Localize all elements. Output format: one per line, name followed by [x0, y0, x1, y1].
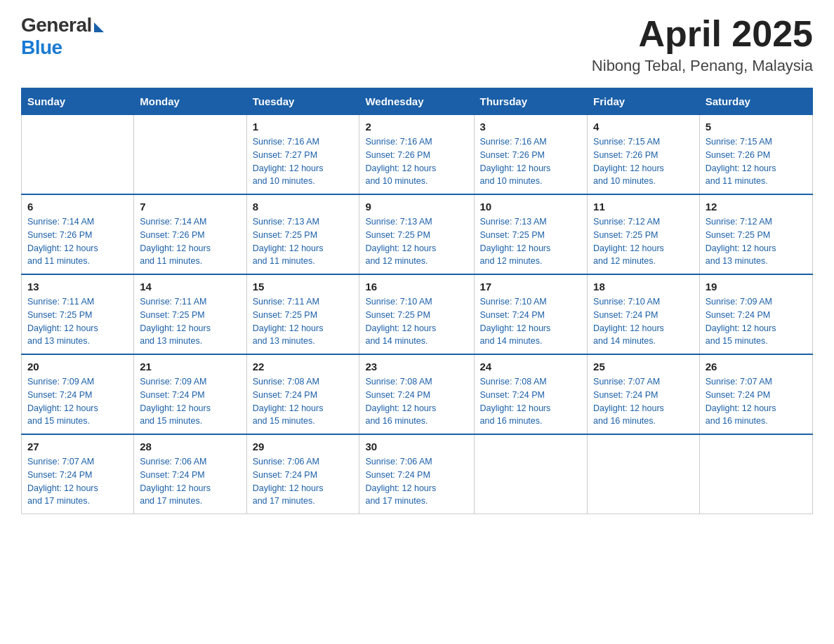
day-info: Sunrise: 7:09 AM Sunset: 7:24 PM Dayligh…: [27, 375, 128, 428]
calendar-cell: 10Sunrise: 7:13 AM Sunset: 7:25 PM Dayli…: [474, 194, 588, 274]
day-number: 5: [706, 121, 807, 133]
day-info: Sunrise: 7:06 AM Sunset: 7:24 PM Dayligh…: [140, 455, 240, 508]
col-sunday: Sunday: [22, 88, 134, 115]
day-info: Sunrise: 7:08 AM Sunset: 7:24 PM Dayligh…: [365, 375, 468, 428]
day-number: 9: [365, 201, 468, 213]
day-number: 27: [27, 441, 128, 452]
calendar-cell: [588, 434, 700, 514]
calendar-cell: [134, 115, 246, 195]
day-number: 7: [140, 201, 240, 213]
day-number: 1: [253, 121, 354, 133]
calendar-cell: 26Sunrise: 7:07 AM Sunset: 7:24 PM Dayli…: [699, 354, 812, 434]
calendar-row: 1Sunrise: 7:16 AM Sunset: 7:27 PM Daylig…: [22, 115, 813, 195]
calendar-cell: [699, 434, 812, 514]
day-info: Sunrise: 7:13 AM Sunset: 7:25 PM Dayligh…: [480, 215, 582, 268]
calendar-cell: 11Sunrise: 7:12 AM Sunset: 7:25 PM Dayli…: [588, 194, 700, 274]
day-number: 25: [593, 361, 694, 373]
calendar-cell: 3Sunrise: 7:16 AM Sunset: 7:26 PM Daylig…: [474, 115, 588, 195]
page-header: General Blue April 2025 Nibong Tebal, Pe…: [21, 14, 813, 75]
calendar-row: 6Sunrise: 7:14 AM Sunset: 7:26 PM Daylig…: [22, 194, 813, 274]
logo-general-text: General: [21, 14, 92, 36]
col-monday: Monday: [134, 88, 246, 115]
calendar-cell: 30Sunrise: 7:06 AM Sunset: 7:24 PM Dayli…: [359, 434, 474, 514]
day-info: Sunrise: 7:10 AM Sunset: 7:25 PM Dayligh…: [365, 295, 468, 348]
calendar-cell: 22Sunrise: 7:08 AM Sunset: 7:24 PM Dayli…: [246, 354, 359, 434]
calendar-cell: [22, 115, 134, 195]
calendar-header-row: Sunday Monday Tuesday Wednesday Thursday…: [22, 88, 813, 115]
day-info: Sunrise: 7:06 AM Sunset: 7:24 PM Dayligh…: [365, 455, 468, 508]
day-number: 26: [706, 361, 807, 373]
day-info: Sunrise: 7:07 AM Sunset: 7:24 PM Dayligh…: [27, 455, 128, 508]
day-number: 13: [27, 281, 128, 293]
calendar-cell: 24Sunrise: 7:08 AM Sunset: 7:24 PM Dayli…: [474, 354, 588, 434]
day-number: 10: [480, 201, 582, 213]
day-number: 29: [253, 441, 354, 452]
day-number: 30: [365, 441, 468, 452]
calendar-cell: 2Sunrise: 7:16 AM Sunset: 7:26 PM Daylig…: [359, 115, 474, 195]
day-number: 28: [140, 441, 240, 452]
day-number: 24: [480, 361, 582, 373]
calendar-cell: 4Sunrise: 7:15 AM Sunset: 7:26 PM Daylig…: [588, 115, 700, 195]
day-number: 11: [593, 201, 694, 213]
day-number: 6: [27, 201, 128, 213]
day-number: 3: [480, 121, 582, 133]
col-friday: Friday: [588, 88, 700, 115]
logo: General Blue: [21, 14, 104, 59]
calendar-cell: 29Sunrise: 7:06 AM Sunset: 7:24 PM Dayli…: [246, 434, 359, 514]
day-number: 4: [593, 121, 694, 133]
calendar-cell: 15Sunrise: 7:11 AM Sunset: 7:25 PM Dayli…: [246, 274, 359, 354]
calendar-cell: 13Sunrise: 7:11 AM Sunset: 7:25 PM Dayli…: [22, 274, 134, 354]
day-info: Sunrise: 7:10 AM Sunset: 7:24 PM Dayligh…: [593, 295, 694, 348]
title-section: April 2025 Nibong Tebal, Penang, Malaysi…: [592, 14, 813, 75]
day-info: Sunrise: 7:12 AM Sunset: 7:25 PM Dayligh…: [593, 215, 694, 268]
calendar-cell: 25Sunrise: 7:07 AM Sunset: 7:24 PM Dayli…: [588, 354, 700, 434]
calendar-cell: 14Sunrise: 7:11 AM Sunset: 7:25 PM Dayli…: [134, 274, 246, 354]
calendar-cell: 21Sunrise: 7:09 AM Sunset: 7:24 PM Dayli…: [134, 354, 246, 434]
calendar-cell: 17Sunrise: 7:10 AM Sunset: 7:24 PM Dayli…: [474, 274, 588, 354]
day-info: Sunrise: 7:08 AM Sunset: 7:24 PM Dayligh…: [253, 375, 354, 428]
calendar-cell: 5Sunrise: 7:15 AM Sunset: 7:26 PM Daylig…: [699, 115, 812, 195]
calendar-row: 27Sunrise: 7:07 AM Sunset: 7:24 PM Dayli…: [22, 434, 813, 514]
day-number: 23: [365, 361, 468, 373]
page-title: April 2025: [592, 14, 813, 54]
logo-arrow-icon: [94, 22, 104, 32]
day-info: Sunrise: 7:16 AM Sunset: 7:27 PM Dayligh…: [253, 135, 354, 188]
day-info: Sunrise: 7:10 AM Sunset: 7:24 PM Dayligh…: [480, 295, 582, 348]
day-info: Sunrise: 7:06 AM Sunset: 7:24 PM Dayligh…: [253, 455, 354, 508]
day-info: Sunrise: 7:09 AM Sunset: 7:24 PM Dayligh…: [140, 375, 240, 428]
day-info: Sunrise: 7:11 AM Sunset: 7:25 PM Dayligh…: [140, 295, 240, 348]
day-number: 21: [140, 361, 240, 373]
col-tuesday: Tuesday: [246, 88, 359, 115]
calendar-cell: 19Sunrise: 7:09 AM Sunset: 7:24 PM Dayli…: [699, 274, 812, 354]
day-info: Sunrise: 7:08 AM Sunset: 7:24 PM Dayligh…: [480, 375, 582, 428]
day-info: Sunrise: 7:15 AM Sunset: 7:26 PM Dayligh…: [593, 135, 694, 188]
calendar-cell: 7Sunrise: 7:14 AM Sunset: 7:26 PM Daylig…: [134, 194, 246, 274]
calendar-cell: 28Sunrise: 7:06 AM Sunset: 7:24 PM Dayli…: [134, 434, 246, 514]
day-number: 15: [253, 281, 354, 293]
calendar-cell: 6Sunrise: 7:14 AM Sunset: 7:26 PM Daylig…: [22, 194, 134, 274]
day-info: Sunrise: 7:13 AM Sunset: 7:25 PM Dayligh…: [365, 215, 468, 268]
calendar-cell: 18Sunrise: 7:10 AM Sunset: 7:24 PM Dayli…: [588, 274, 700, 354]
calendar-cell: 20Sunrise: 7:09 AM Sunset: 7:24 PM Dayli…: [22, 354, 134, 434]
calendar-cell: 27Sunrise: 7:07 AM Sunset: 7:24 PM Dayli…: [22, 434, 134, 514]
day-info: Sunrise: 7:16 AM Sunset: 7:26 PM Dayligh…: [365, 135, 468, 188]
calendar-cell: 12Sunrise: 7:12 AM Sunset: 7:25 PM Dayli…: [699, 194, 812, 274]
day-info: Sunrise: 7:14 AM Sunset: 7:26 PM Dayligh…: [140, 215, 240, 268]
calendar-cell: 23Sunrise: 7:08 AM Sunset: 7:24 PM Dayli…: [359, 354, 474, 434]
col-thursday: Thursday: [474, 88, 588, 115]
day-info: Sunrise: 7:11 AM Sunset: 7:25 PM Dayligh…: [253, 295, 354, 348]
col-saturday: Saturday: [699, 88, 812, 115]
logo-blue-text: Blue: [21, 36, 62, 59]
day-number: 22: [253, 361, 354, 373]
day-number: 19: [706, 281, 807, 293]
page-subtitle: Nibong Tebal, Penang, Malaysia: [592, 57, 813, 75]
day-number: 2: [365, 121, 468, 133]
day-number: 17: [480, 281, 582, 293]
day-number: 16: [365, 281, 468, 293]
day-number: 12: [706, 201, 807, 213]
calendar-cell: [474, 434, 588, 514]
day-info: Sunrise: 7:14 AM Sunset: 7:26 PM Dayligh…: [27, 215, 128, 268]
day-info: Sunrise: 7:13 AM Sunset: 7:25 PM Dayligh…: [253, 215, 354, 268]
calendar-row: 13Sunrise: 7:11 AM Sunset: 7:25 PM Dayli…: [22, 274, 813, 354]
calendar-row: 20Sunrise: 7:09 AM Sunset: 7:24 PM Dayli…: [22, 354, 813, 434]
